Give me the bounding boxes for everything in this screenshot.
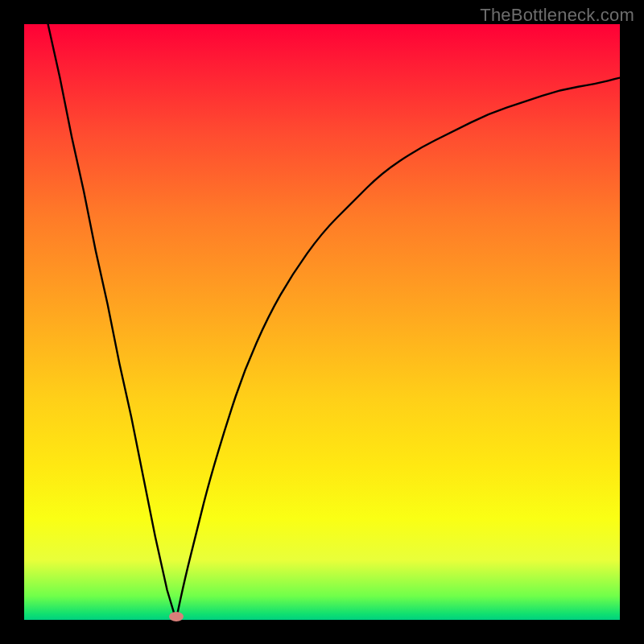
watermark-text: TheBottleneck.com <box>480 5 634 26</box>
minimum-marker <box>169 612 184 621</box>
chart-curve-svg <box>24 24 620 620</box>
curve-left-branch <box>48 24 176 620</box>
curve-right-branch <box>176 78 620 620</box>
chart-frame <box>24 24 620 620</box>
